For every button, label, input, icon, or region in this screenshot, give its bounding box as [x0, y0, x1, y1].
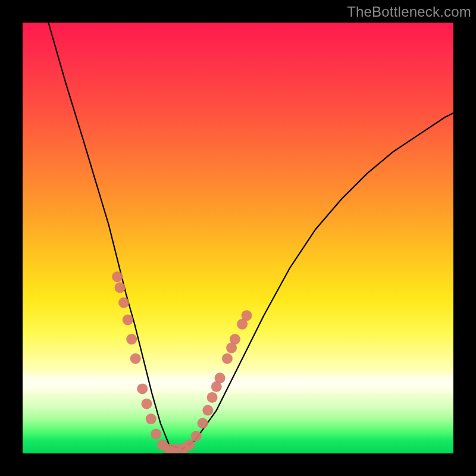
- marker-dot: [215, 372, 226, 383]
- marker-dot: [230, 334, 240, 345]
- marker-dot: [142, 399, 152, 409]
- marker-dot: [184, 440, 195, 450]
- marker-dot: [146, 414, 156, 424]
- marker-cluster: [112, 271, 252, 453]
- bottleneck-curve: [48, 23, 453, 449]
- watermark-text: TheBottleneck.com: [347, 4, 471, 20]
- chart-svg: [23, 23, 453, 453]
- marker-dot: [118, 298, 129, 308]
- marker-dot: [115, 282, 126, 293]
- marker-dot: [242, 310, 252, 321]
- marker-dot: [191, 431, 202, 441]
- marker-dot: [207, 392, 218, 403]
- marker-dot: [137, 383, 148, 394]
- marker-dot: [112, 271, 123, 282]
- marker-dot: [130, 353, 141, 364]
- marker-dot: [198, 418, 208, 428]
- marker-dot: [202, 405, 213, 416]
- plot-area: [23, 23, 453, 453]
- marker-dot: [222, 353, 233, 364]
- marker-dot: [126, 334, 137, 345]
- marker-dot: [123, 315, 133, 325]
- marker-dot: [151, 428, 161, 439]
